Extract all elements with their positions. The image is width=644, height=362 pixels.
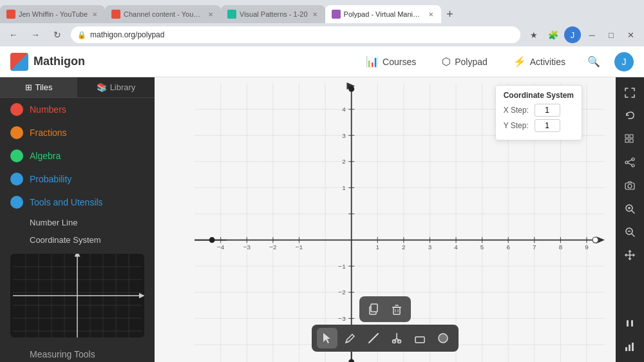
polypad-icon: ⬡	[442, 55, 451, 68]
sidebar-item-algebra[interactable]: Algebra	[0, 144, 155, 167]
select-tool-btn[interactable]	[317, 328, 337, 348]
logo[interactable]: Mathigon	[10, 53, 85, 71]
pen-icon	[344, 332, 357, 345]
svg-rect-128	[631, 320, 633, 327]
library-icon: 📚	[97, 82, 107, 92]
x-step-row: X Step:	[504, 104, 574, 117]
algebra-icon	[10, 149, 23, 162]
zoom-in-btn[interactable]	[620, 198, 640, 219]
courses-label: Courses	[383, 57, 416, 67]
svg-text:−1: −1	[338, 263, 346, 270]
sidebar: ⊞ Tiles 📚 Library Numbers Fractions	[0, 77, 155, 362]
minimize-btn[interactable]: ─	[583, 26, 600, 43]
new-tab-button[interactable]: +	[441, 5, 459, 23]
search-button[interactable]: 🔍	[583, 52, 604, 72]
svg-rect-131	[632, 343, 634, 351]
user-avatar[interactable]: J	[614, 52, 634, 71]
close-btn[interactable]: ✕	[622, 26, 639, 43]
top-tool-row	[359, 296, 411, 322]
preview-svg	[10, 254, 144, 338]
refresh-button[interactable]: ↻	[49, 26, 66, 43]
move-btn[interactable]	[620, 245, 640, 265]
tab-label-4: Polypad - Virtual Manipulatives	[344, 10, 424, 18]
svg-line-126	[632, 234, 634, 236]
eraser-tool-btn[interactable]	[410, 328, 430, 348]
svg-rect-130	[629, 345, 630, 351]
polypad-nav[interactable]: ⬡ Polypad	[434, 52, 495, 71]
cut-tool-btn[interactable]	[386, 328, 407, 348]
svg-line-116	[628, 160, 632, 162]
maximize-btn[interactable]: □	[603, 26, 620, 43]
extensions-btn[interactable]: 🧩	[545, 26, 562, 43]
fullscreen-btn[interactable]	[620, 82, 640, 103]
share-btn[interactable]	[620, 152, 640, 173]
tab-bar: Jen Whiffin - YouTube ✕ Channel content …	[0, 0, 644, 23]
copy-tool-btn[interactable]	[363, 299, 384, 319]
tab-2[interactable]: Channel content - YouTube Stu... ✕	[105, 5, 221, 23]
circle-icon	[437, 332, 450, 345]
x-step-input[interactable]	[535, 104, 560, 117]
back-button[interactable]: ←	[5, 26, 22, 43]
profile-btn[interactable]: J	[564, 26, 581, 43]
sidebar-item-probability[interactable]: Probability	[0, 167, 155, 191]
app: Mathigon 📊 Courses ⬡ Polypad ⚡ Activitie…	[0, 46, 644, 362]
coordinate-system-preview	[10, 254, 144, 338]
sidebar-item-tools[interactable]: Tools and Utensils	[0, 191, 155, 214]
content-area: ⊞ Tiles 📚 Library Numbers Fractions	[0, 77, 644, 362]
svg-text:2: 2	[342, 158, 346, 165]
y-step-input[interactable]	[535, 119, 560, 132]
top-nav: Mathigon 📊 Courses ⬡ Polypad ⚡ Activitie…	[0, 46, 644, 77]
tab-3[interactable]: Visual Patterns - 1-20 ✕	[221, 5, 325, 23]
grid-btn[interactable]	[620, 129, 640, 149]
circle-tool-btn[interactable]	[433, 328, 453, 348]
svg-rect-129	[625, 347, 627, 351]
tab-4[interactable]: Polypad - Virtual Manipulatives ✕	[325, 5, 441, 23]
courses-nav[interactable]: 📊 Courses	[358, 52, 424, 71]
zoom-out-btn[interactable]	[620, 222, 640, 242]
undo-btn[interactable]	[620, 106, 640, 126]
activities-icon: ⚡	[513, 55, 526, 68]
library-label: Library	[110, 82, 136, 92]
svg-text:2: 2	[402, 243, 406, 251]
tab-close-4[interactable]: ✕	[427, 11, 435, 18]
tab-close-3[interactable]: ✕	[311, 11, 319, 18]
tab-close-1[interactable]: ✕	[91, 11, 99, 18]
probability-label: Probability	[30, 174, 71, 184]
camera-btn[interactable]	[620, 175, 640, 196]
tiles-label: Tiles	[35, 82, 53, 92]
svg-text:−2: −2	[338, 289, 346, 296]
pause-btn[interactable]	[620, 313, 640, 334]
sidebar-item-measuring-tools[interactable]: Measuring Tools	[0, 343, 155, 362]
logo-icon	[10, 53, 28, 71]
svg-text:4: 4	[454, 243, 458, 251]
bookmark-btn[interactable]: ★	[526, 26, 542, 43]
logo-text: Mathigon	[33, 55, 85, 68]
sidebar-sub-number-line[interactable]: Number Line	[0, 214, 155, 231]
chart-btn[interactable]	[620, 336, 640, 357]
y-step-label: Y Step:	[504, 121, 529, 130]
activities-nav[interactable]: ⚡ Activities	[506, 52, 573, 71]
sidebar-item-fractions[interactable]: Fractions	[0, 121, 155, 144]
tab-1[interactable]: Jen Whiffin - YouTube ✕	[0, 5, 105, 23]
numbers-label: Numbers	[30, 104, 66, 115]
polypad-label: Polypad	[455, 57, 488, 67]
line-tool-btn[interactable]	[363, 328, 384, 348]
tab-library[interactable]: 📚 Library	[77, 77, 155, 97]
tab-close-2[interactable]: ✕	[207, 11, 214, 18]
forward-button[interactable]: →	[27, 26, 44, 43]
delete-tool-btn[interactable]	[386, 299, 407, 319]
bottom-toolbar	[312, 296, 459, 352]
pen-tool-btn[interactable]	[340, 328, 361, 348]
measuring-icon	[10, 348, 23, 361]
sidebar-sub-coordinate-system[interactable]: Coordinate System	[0, 231, 155, 249]
address-bar[interactable]: 🔒 mathigon.org/polypad	[71, 26, 520, 43]
probability-icon	[10, 173, 23, 186]
move-icon	[624, 249, 636, 261]
tiles-icon: ⊞	[25, 82, 32, 92]
coord-panel-title: Coordinate System	[504, 91, 574, 100]
tab-tiles[interactable]: ⊞ Tiles	[0, 77, 77, 97]
svg-point-89	[348, 86, 354, 92]
svg-point-91	[209, 237, 215, 243]
sidebar-item-numbers[interactable]: Numbers	[0, 98, 155, 121]
main-canvas[interactable]: −4 −3 −2 −1 1 2 3 4 5 6 7 8 9 4	[155, 77, 616, 362]
